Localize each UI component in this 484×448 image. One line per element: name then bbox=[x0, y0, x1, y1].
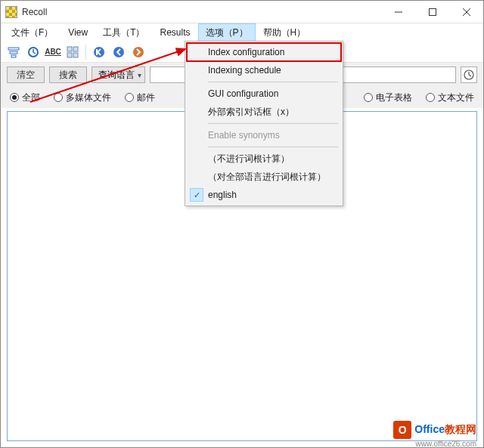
svg-rect-8 bbox=[67, 47, 72, 51]
grid-icon[interactable] bbox=[64, 44, 81, 60]
menu-enable-synonyms: Enable synonyms bbox=[187, 126, 341, 144]
menu-help[interactable]: 帮助（H） bbox=[256, 23, 314, 42]
svg-rect-9 bbox=[73, 47, 78, 51]
svg-rect-10 bbox=[67, 53, 72, 57]
radio-media-label: 多媒体文件 bbox=[66, 91, 111, 104]
first-icon[interactable] bbox=[91, 44, 107, 60]
radio-text[interactable]: 文本文件 bbox=[426, 91, 474, 104]
svg-rect-4 bbox=[8, 48, 19, 50]
check-icon: ✓ bbox=[190, 188, 203, 202]
radio-all-label: 全部 bbox=[22, 91, 40, 104]
menu-gui-configuration[interactable]: GUI configuration bbox=[187, 85, 341, 103]
radio-spreadsheet-label: 电子表格 bbox=[376, 91, 412, 104]
radio-icon bbox=[426, 93, 435, 102]
radio-media[interactable]: 多媒体文件 bbox=[54, 91, 111, 104]
svg-point-14 bbox=[113, 47, 124, 57]
next-icon[interactable] bbox=[130, 44, 147, 60]
refresh-icon[interactable] bbox=[25, 44, 42, 60]
svg-rect-1 bbox=[429, 8, 436, 15]
menu-separator bbox=[208, 147, 338, 147]
clear-button[interactable]: 清空 bbox=[7, 66, 45, 83]
radio-icon bbox=[54, 93, 63, 102]
window-title: Recoll bbox=[22, 7, 47, 17]
menubar: 文件（F） View 工具（T） Results 选项（P） 帮助（H） bbox=[1, 23, 483, 42]
menu-separator bbox=[208, 123, 338, 124]
watermark-url: www.office26.com bbox=[416, 440, 476, 448]
menu-english-label: english bbox=[208, 190, 237, 200]
menu-separator bbox=[208, 82, 338, 82]
menu-tools[interactable]: 工具（T） bbox=[95, 23, 152, 42]
radio-text-label: 文本文件 bbox=[438, 91, 474, 104]
svg-rect-5 bbox=[10, 51, 17, 54]
radio-mail-label: 邮件 bbox=[137, 91, 155, 104]
watermark: O Office教程网 bbox=[393, 421, 476, 439]
radio-all[interactable]: 全部 bbox=[10, 91, 40, 104]
menu-english[interactable]: ✓ english bbox=[187, 186, 341, 204]
filter-icon[interactable] bbox=[5, 44, 22, 60]
menu-all-stem[interactable]: （对全部语言进行词根计算） bbox=[187, 168, 341, 186]
svg-rect-11 bbox=[73, 53, 78, 57]
radio-icon bbox=[125, 93, 134, 102]
minimize-button[interactable] bbox=[381, 1, 415, 23]
options-menu: Index configuration Indexing schedule GU… bbox=[185, 41, 343, 206]
menu-results[interactable]: Results bbox=[152, 23, 197, 42]
window-buttons bbox=[381, 1, 483, 23]
menu-external-index[interactable]: 外部索引对话框（x） bbox=[187, 103, 341, 121]
menu-view[interactable]: View bbox=[60, 23, 95, 42]
radio-mail[interactable]: 邮件 bbox=[125, 91, 155, 104]
titlebar: Recoll bbox=[1, 1, 483, 23]
menu-indexing-schedule[interactable]: Indexing schedule bbox=[187, 61, 341, 79]
radio-spreadsheet[interactable]: 电子表格 bbox=[364, 91, 412, 104]
office-icon: O bbox=[393, 421, 411, 439]
svg-point-12 bbox=[94, 47, 104, 57]
menu-options[interactable]: 选项（P） bbox=[198, 23, 256, 42]
app-icon bbox=[5, 6, 17, 18]
search-button[interactable]: 搜索 bbox=[49, 66, 87, 83]
menu-no-stem[interactable]: （不进行词根计算） bbox=[187, 150, 341, 168]
query-language-dropdown[interactable]: 查询语言 ▾ bbox=[92, 66, 145, 83]
radio-icon bbox=[364, 93, 373, 102]
chevron-down-icon: ▾ bbox=[138, 71, 141, 79]
maximize-button[interactable] bbox=[415, 1, 449, 23]
history-button[interactable] bbox=[461, 66, 477, 83]
spellcheck-icon[interactable]: ABC bbox=[45, 44, 61, 60]
prev-icon[interactable] bbox=[110, 44, 127, 60]
watermark-text: Office教程网 bbox=[414, 423, 476, 437]
radio-icon bbox=[10, 93, 19, 102]
separator bbox=[85, 45, 86, 60]
menu-index-configuration[interactable]: Index configuration bbox=[187, 43, 341, 61]
menu-file[interactable]: 文件（F） bbox=[4, 23, 60, 42]
close-button[interactable] bbox=[449, 1, 483, 23]
query-language-label: 查询语言 bbox=[98, 69, 135, 82]
svg-rect-6 bbox=[11, 55, 16, 57]
svg-point-15 bbox=[133, 47, 144, 57]
